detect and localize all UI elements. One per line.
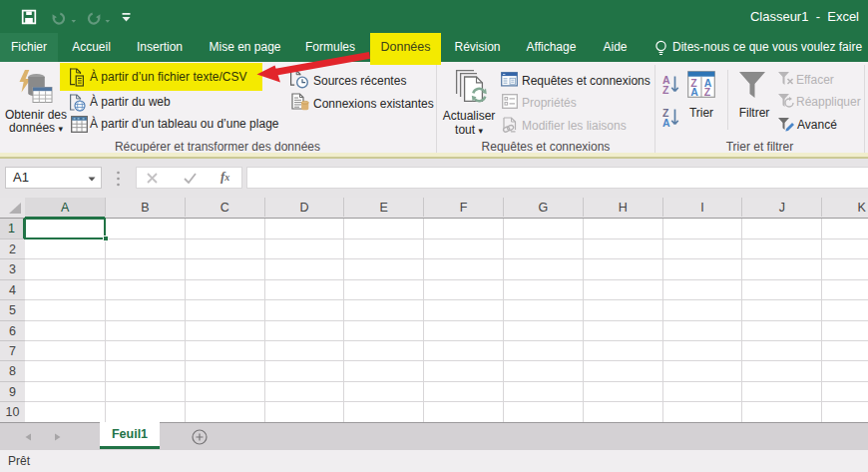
svg-text:Z: Z [704, 86, 711, 98]
svg-text:A: A [662, 117, 670, 129]
svg-text:A: A [690, 86, 698, 98]
svg-text:Z: Z [662, 84, 669, 96]
